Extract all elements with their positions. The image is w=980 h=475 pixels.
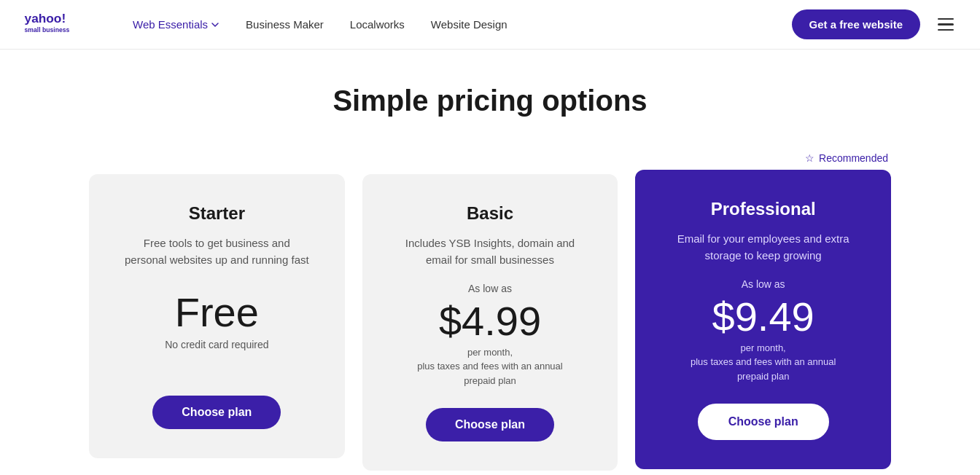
header-right: Get a free website [792,9,957,39]
recommended-label: ☆ Recommended [635,152,891,164]
professional-price: $9.49 [712,294,814,339]
professional-choose-plan-button[interactable]: Choose plan [698,404,829,440]
nav-localworks[interactable]: Localworks [350,18,405,31]
starter-plan-name: Starter [189,203,245,224]
page-title: Simple pricing options [23,85,957,117]
professional-plan-description: Email for your employees and extra stora… [669,231,858,264]
star-icon: ☆ [805,152,814,164]
professional-price-note: per month,plus taxes and fees with an an… [683,341,844,384]
basic-card-wrapper: Basic Includes YSB Insights, domain and … [362,174,618,471]
professional-price-label: As low as [742,278,785,290]
starter-price-note: No credit card required [165,339,268,350]
basic-card: Basic Includes YSB Insights, domain and … [362,174,618,471]
main-content: Simple pricing options Starter Free tool… [0,50,980,475]
starter-choose-plan-button[interactable]: Choose plan [152,396,281,429]
starter-card-wrapper: Starter Free tools to get business and p… [89,174,345,458]
svg-text:yahoo!: yahoo! [25,11,66,25]
svg-text:small business: small business [25,25,70,33]
starter-card: Starter Free tools to get business and p… [89,174,345,458]
site-header: yahoo! small business Web Essentials Bus… [0,0,980,50]
starter-plan-description: Free tools to get business and personal … [122,235,311,268]
basic-plan-name: Basic [467,203,513,224]
professional-plan-name: Professional [711,199,816,219]
get-free-website-button[interactable]: Get a free website [792,9,920,39]
basic-price: $4.99 [439,299,541,344]
basic-plan-description: Includes YSB Insights, domain and email … [395,235,585,268]
basic-price-label: As low as [468,283,512,294]
pricing-grid: Starter Free tools to get business and p… [89,152,891,471]
basic-price-note: per month,plus taxes and fees with an an… [410,345,570,388]
basic-choose-plan-button[interactable]: Choose plan [426,408,554,441]
logo[interactable]: yahoo! small business [23,9,104,41]
chevron-down-icon [211,20,219,29]
main-nav: Web Essentials Business Maker Localworks… [133,18,792,31]
nav-web-essentials[interactable]: Web Essentials [133,18,219,31]
professional-card-wrapper: ☆ Recommended Professional Email for you… [635,152,891,469]
hamburger-menu-button[interactable] [935,15,957,34]
nav-website-design[interactable]: Website Design [431,18,508,31]
starter-price: Free [175,288,259,336]
nav-business-maker[interactable]: Business Maker [246,18,324,31]
professional-card: Professional Email for your employees an… [635,170,891,469]
